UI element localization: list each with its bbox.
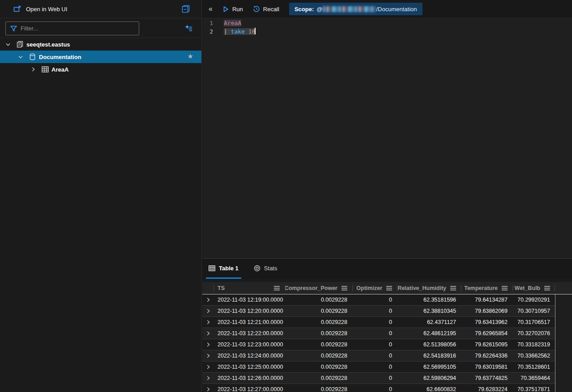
column-header-relative_humidity[interactable]: Relative_Humidity [397, 282, 461, 294]
scope-selector[interactable]: Scope: @ /Documentation [289, 3, 423, 15]
cell-relative_humidity: 62.51398056 [397, 339, 461, 350]
cell-optimizer: 0 [352, 317, 397, 328]
tree-item-label: Documentation [39, 54, 81, 60]
column-menu-icon[interactable] [341, 286, 347, 290]
cell-optimizer: 0 [352, 328, 397, 339]
filter-input-box[interactable] [5, 21, 139, 35]
filter-favorites-icon[interactable] [184, 23, 193, 33]
recall-button[interactable]: Recall [253, 5, 279, 13]
cell-relative_humidity: 62.6600832 [397, 384, 461, 392]
cell-temperature: 79.63413962 [461, 317, 512, 328]
table-row[interactable]: 2022-11-03 12:21:00.00000.0029228062.437… [202, 317, 555, 328]
tab-stats[interactable]: Stats [251, 259, 280, 279]
cell-wet_bulb: 70.29920291 [512, 294, 555, 305]
cell-compressor_power: 0.0029228 [285, 373, 352, 383]
column-header-wet_bulb[interactable]: Wet_Bulb [512, 282, 555, 294]
query-editor[interactable]: 1AreaA2| take 10 [202, 19, 572, 258]
table-row[interactable]: 2022-11-03 12:24:00.00000.0029228062.541… [202, 350, 555, 362]
cell-optimizer: 0 [352, 350, 397, 361]
cell-ts: 2022-11-03 12:25:00.0000 [213, 362, 285, 372]
cell-ts: 2022-11-03 12:22:00.0000 [213, 328, 285, 339]
cell-optimizer: 0 [352, 294, 397, 305]
text-cursor [255, 28, 256, 34]
row-expander[interactable] [202, 339, 213, 350]
chevron-down-icon[interactable] [4, 41, 12, 48]
results-grid: TSCompressor_PowerOptimizerRelative_Humi… [202, 282, 572, 392]
table-row[interactable]: 2022-11-03 12:23:00.00000.0029228062.513… [202, 339, 555, 350]
column-header-optimizer[interactable]: Optimizer [352, 282, 397, 294]
row-expander[interactable] [202, 328, 213, 339]
row-expander[interactable] [202, 384, 213, 392]
recall-label: Recall [263, 6, 279, 13]
tree-item-label: AreaA [51, 66, 68, 73]
column-header-compressor_power[interactable]: Compressor_Power [285, 282, 352, 294]
chevron-right-icon [205, 330, 211, 337]
table-row[interactable]: 2022-11-03 12:25:00.00000.0029228062.569… [202, 362, 555, 373]
grid-body: 2022-11-03 12:19:00.00000.0029228062.351… [202, 294, 555, 392]
cell-ts: 2022-11-03 12:27:00.0000 [213, 384, 285, 392]
column-label: Wet_Bulb [515, 285, 540, 291]
table-row[interactable]: 2022-11-03 12:19:00.00000.0029228062.351… [202, 294, 555, 306]
column-menu-icon[interactable] [450, 286, 456, 290]
cell-compressor_power: 0.0029228 [285, 384, 352, 392]
cell-ts: 2022-11-03 12:20:00.0000 [213, 306, 285, 316]
cell-temperature: 79.62615095 [461, 339, 512, 350]
column-menu-icon[interactable] [274, 286, 280, 290]
tab-label: Stats [264, 265, 277, 272]
cell-temperature: 79.62264336 [461, 350, 512, 361]
chevron-right-icon [205, 364, 211, 370]
cell-optimizer: 0 [352, 306, 397, 316]
cell-ts: 2022-11-03 12:24:00.0000 [213, 350, 285, 361]
chevron-right-icon[interactable] [30, 66, 37, 73]
column-menu-icon[interactable] [502, 286, 508, 290]
tab-table-1[interactable]: Table 1 [206, 259, 241, 279]
table-row[interactable]: 2022-11-03 12:20:00.00000.0029228062.388… [202, 306, 555, 317]
sidebar-filter-bar [0, 18, 201, 38]
cell-wet_bulb: 70.33662562 [512, 350, 555, 361]
chevron-down-icon[interactable] [17, 53, 24, 60]
cell-compressor_power: 0.0029228 [285, 339, 352, 350]
tree-item-seeqtest-eastus[interactable]: seeqtest.eastus ★ [0, 38, 201, 51]
open-in-web-ui-button[interactable]: Open in Web UI [13, 6, 67, 13]
table-row[interactable]: 2022-11-03 12:27:00.00000.0029228062.660… [202, 384, 555, 392]
table-row[interactable]: 2022-11-03 12:22:00.00000.0029228062.486… [202, 328, 555, 339]
filter-input[interactable] [21, 25, 139, 32]
row-expander[interactable] [202, 350, 213, 361]
cell-ts: 2022-11-03 12:23:00.0000 [213, 339, 285, 350]
favorite-star-icon[interactable]: ★ [188, 52, 193, 60]
column-header-expander [202, 282, 213, 294]
cell-relative_humidity: 62.38810345 [397, 306, 461, 316]
cell-wet_bulb: 70.35128601 [512, 362, 555, 372]
row-expander[interactable] [202, 306, 213, 316]
cluster-icon [16, 41, 24, 48]
cell-wet_bulb: 70.31706517 [512, 317, 555, 328]
chevron-right-icon [205, 353, 211, 359]
run-button[interactable]: Run [222, 6, 243, 13]
cell-temperature: 79.63019581 [461, 362, 512, 372]
table-grid-icon [209, 265, 215, 271]
table-row[interactable]: 2022-11-03 12:26:00.00000.0029228062.598… [202, 373, 555, 384]
cell-optimizer: 0 [352, 384, 397, 392]
row-expander[interactable] [202, 317, 213, 328]
scope-at: @ [316, 6, 322, 13]
column-separator [512, 285, 513, 291]
tree-item-areaa[interactable]: AreaA ★ [0, 63, 201, 76]
collapse-toolbar-button[interactable]: « [209, 5, 213, 13]
external-link-icon [13, 6, 21, 13]
column-menu-icon[interactable] [544, 286, 550, 290]
tree-item-documentation[interactable]: Documentation ★ [0, 51, 201, 63]
tab-label: Table 1 [219, 265, 239, 272]
column-header-ts[interactable]: TS [213, 282, 285, 294]
query-toolbar: « Run Recall [202, 0, 572, 18]
panel-layout-icon[interactable] [181, 4, 191, 14]
editor-line[interactable]: 2| take 10 [202, 27, 572, 36]
grid-right-border [555, 294, 555, 392]
cell-relative_humidity: 62.56995105 [397, 362, 461, 372]
column-header-temperature[interactable]: Temperature [461, 282, 512, 294]
row-expander[interactable] [202, 294, 213, 305]
column-menu-icon[interactable] [386, 286, 392, 290]
row-expander[interactable] [202, 362, 213, 372]
row-expander[interactable] [202, 373, 213, 383]
column-label: Compressor_Power [285, 285, 337, 291]
editor-line[interactable]: 1AreaA [202, 19, 572, 27]
